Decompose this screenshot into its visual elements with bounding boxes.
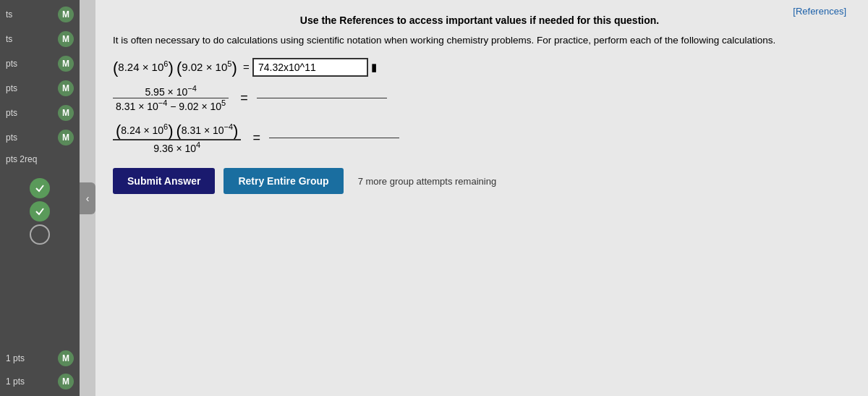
references-link[interactable]: [References] — [793, 6, 846, 17]
answer-line-3 — [269, 138, 399, 138]
checkmark-icon-2 — [35, 206, 45, 216]
sidebar-item-2[interactable]: ts M — [0, 28, 80, 51]
problem-2-denominator: 8.31 × 10−4 − 9.02 × 105 — [113, 98, 229, 112]
problem-3-fraction: (8.24 × 106) (8.31 × 10−4) 9.36 × 104 — [113, 122, 241, 153]
sidebar-bottom-pts-1: 1 pts — [6, 353, 25, 363]
sidebar-pts-4: pts — [6, 83, 17, 93]
sidebar-badge-4: M — [58, 80, 74, 96]
sidebar-bottom-item-2[interactable]: 1 pts M — [0, 370, 80, 393]
problem-3-denominator: 9.36 × 104 — [150, 140, 203, 154]
problem-1-row: (8.24 × 106) (9.02 × 105) = ▮ — [113, 58, 846, 77]
sidebar-bottom-pts-2: 1 pts — [6, 376, 25, 387]
intro-paragraph: It is often necessary to do calculations… — [113, 33, 846, 48]
sidebar-item-4[interactable]: pts M — [0, 77, 80, 100]
button-row: Submit Answer Retry Entire Group 7 more … — [113, 168, 846, 194]
sidebar-badge-1: M — [58, 7, 74, 22]
close-paren-2: ) — [231, 59, 237, 77]
sidebar-item-3[interactable]: pts M — [0, 52, 80, 75]
open-paren-3: ( — [116, 122, 121, 140]
retry-entire-group-button[interactable]: Retry Entire Group — [224, 168, 343, 194]
problem-1-input[interactable] — [252, 58, 368, 77]
sidebar-bottom-badge-2: M — [58, 374, 74, 389]
sidebar: ts M ts M pts M pts M pts M pts M pts 2r… — [0, 0, 80, 396]
answer-line-2 — [257, 98, 387, 98]
sidebar-pts-3: pts — [6, 59, 17, 69]
checkmark-icon — [35, 183, 45, 193]
sidebar-badge-3: M — [58, 56, 74, 72]
close-paren-3: ) — [168, 122, 173, 140]
sidebar-item-6[interactable]: pts M — [0, 126, 80, 149]
icon-check-1[interactable] — [30, 178, 50, 198]
equals-2: = — [240, 90, 248, 106]
problem-2-fraction: 5.95 × 10−4 8.31 × 10−4 − 9.02 × 105 — [113, 84, 229, 112]
close-paren-1: ) — [168, 59, 173, 77]
icon-check-2[interactable] — [30, 201, 50, 222]
sidebar-bottom-item-1[interactable]: 1 pts M — [0, 347, 80, 370]
open-paren-2: ( — [176, 59, 182, 77]
sidebar-pts-6: pts — [6, 132, 17, 143]
cursor-indicator: ▮ — [371, 61, 377, 74]
problem-3-row: (8.24 × 106) (8.31 × 10−4) 9.36 × 104 = — [113, 122, 846, 153]
main-content: [References] Use the References to acces… — [95, 0, 868, 396]
sidebar-item-7[interactable]: pts 2req — [0, 151, 80, 168]
sidebar-item-5[interactable]: pts M — [0, 101, 80, 125]
sidebar-pts-5: pts — [6, 108, 17, 118]
submit-answer-button[interactable]: Submit Answer — [113, 168, 215, 194]
problem-2-numerator: 5.95 × 10−4 — [142, 84, 199, 98]
sidebar-bottom-badge-1: M — [58, 350, 74, 366]
sidebar-badge-5: M — [58, 105, 74, 121]
open-paren-4: ( — [176, 122, 181, 140]
open-paren-1: ( — [113, 59, 118, 77]
sidebar-icon-group — [0, 175, 80, 248]
sidebar-badge-6: M — [58, 130, 74, 146]
equals-3: = — [252, 130, 260, 146]
problem-1-expr: (8.24 × 106) (9.02 × 105) = — [113, 59, 252, 76]
close-paren-4: ) — [233, 122, 238, 140]
problem-3-numerator: (8.24 × 106) (8.31 × 10−4) — [113, 122, 241, 139]
sidebar-pts-2: ts — [6, 34, 12, 44]
sidebar-badge-2: M — [58, 31, 74, 47]
attempts-remaining-text: 7 more group attempts remaining — [358, 176, 496, 187]
problem-2-row: 5.95 × 10−4 8.31 × 10−4 − 9.02 × 105 = — [113, 84, 846, 112]
instruction-title: Use the References to access important v… — [113, 14, 846, 26]
sidebar-pts-7: pts 2req — [6, 154, 37, 164]
icon-circle-empty[interactable] — [30, 224, 50, 245]
sidebar-pts-1: ts — [6, 9, 12, 20]
sidebar-item-1[interactable]: ts M — [0, 3, 80, 26]
collapse-sidebar-button[interactable]: ‹ — [80, 182, 95, 214]
